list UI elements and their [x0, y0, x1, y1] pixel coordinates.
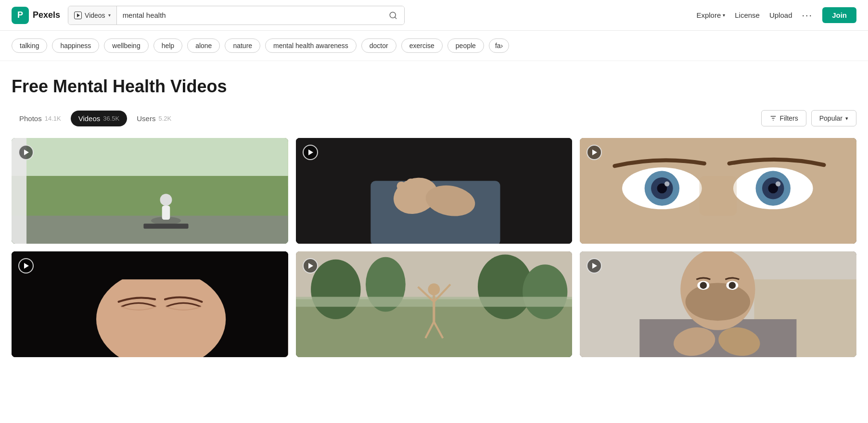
tag-alone[interactable]: alone	[187, 38, 220, 53]
svg-point-26	[664, 181, 669, 186]
video-thumb-4	[12, 251, 288, 357]
tag-nature[interactable]: nature	[225, 38, 260, 53]
play-button-1[interactable]	[18, 145, 34, 160]
svg-point-10	[160, 194, 172, 206]
upload-link[interactable]: Upload	[769, 11, 792, 19]
main-content: Free Mental Health Videos Photos 14.1K V…	[0, 61, 868, 357]
tab-group: Photos 14.1K Videos 36.5K Users 5.2K	[12, 111, 179, 126]
video-thumb-5	[296, 251, 573, 357]
nav-links: Explore ▾ License Upload ··· Join	[696, 7, 856, 23]
svg-rect-11	[162, 206, 170, 220]
video-grid	[12, 138, 856, 357]
explore-chevron: ▾	[723, 12, 725, 18]
video-card-1[interactable]	[12, 138, 288, 244]
video-card-4[interactable]	[12, 251, 288, 357]
tab-videos[interactable]: Videos 36.5K	[71, 111, 128, 126]
filters-area: Filters Popular ▾	[761, 110, 856, 126]
tag-more-button[interactable]: fa›	[489, 38, 509, 53]
video-thumb-3	[580, 138, 856, 244]
video-card-3[interactable]	[580, 138, 856, 244]
svg-line-1	[395, 17, 396, 18]
search-type-button[interactable]: Videos ▾	[68, 6, 117, 25]
popular-chevron: ▾	[845, 115, 848, 122]
more-button[interactable]: ···	[802, 10, 813, 21]
svg-point-39	[311, 260, 361, 319]
video-thumb-6	[580, 251, 856, 357]
video-type-icon	[74, 12, 82, 19]
video-card-2[interactable]	[296, 138, 573, 244]
logo-icon: P	[12, 7, 29, 24]
search-input[interactable]	[117, 11, 382, 19]
tag-happiness[interactable]: happiness	[52, 38, 99, 53]
search-button[interactable]	[382, 6, 404, 25]
svg-point-58	[700, 282, 707, 288]
tag-wellbeing[interactable]: wellbeing	[104, 38, 148, 53]
filters-button[interactable]: Filters	[761, 110, 806, 126]
tags-bar: talking happiness wellbeing help alone n…	[0, 31, 868, 61]
logo-link[interactable]: P Pexels	[12, 7, 60, 24]
svg-point-56	[686, 283, 751, 321]
tag-doctor[interactable]: doctor	[361, 38, 396, 53]
page-title: Free Mental Health Videos	[12, 76, 856, 97]
video-card-5[interactable]	[296, 251, 573, 357]
header: P Pexels Videos ▾ Explore ▾ License Uplo…	[0, 0, 868, 31]
logo-text: Pexels	[33, 10, 60, 20]
video-card-6[interactable]	[580, 251, 856, 357]
svg-rect-7	[12, 216, 288, 244]
tag-mental-health-awareness[interactable]: mental health awareness	[265, 38, 357, 53]
svg-rect-12	[143, 224, 188, 228]
svg-point-31	[776, 181, 780, 186]
tag-exercise[interactable]: exercise	[401, 38, 443, 53]
tabs-row: Photos 14.1K Videos 36.5K Users 5.2K Fil…	[12, 110, 856, 126]
svg-point-44	[428, 284, 440, 296]
svg-rect-32	[700, 176, 737, 216]
video-thumb-2	[296, 138, 573, 244]
svg-rect-36	[91, 251, 288, 279]
play-button-2[interactable]	[303, 145, 318, 160]
license-link[interactable]: License	[735, 11, 760, 19]
svg-point-60	[729, 282, 736, 288]
explore-link[interactable]: Explore ▾	[696, 11, 725, 19]
search-type-chevron: ▾	[108, 12, 111, 18]
search-bar: Videos ▾	[68, 6, 405, 25]
tab-photos[interactable]: Photos 14.1K	[12, 111, 69, 126]
search-type-label: Videos	[85, 12, 105, 19]
play-button-5[interactable]	[303, 258, 318, 274]
tag-people[interactable]: people	[447, 38, 484, 53]
tab-users[interactable]: Users 5.2K	[129, 111, 179, 126]
svg-point-42	[523, 264, 567, 319]
tag-help[interactable]: help	[153, 38, 182, 53]
filter-icon	[769, 114, 777, 122]
search-icon	[389, 11, 397, 20]
play-button-4[interactable]	[18, 258, 34, 274]
popular-button[interactable]: Popular ▾	[811, 110, 856, 126]
tag-talking[interactable]: talking	[12, 38, 47, 53]
video-thumb-1	[12, 138, 288, 244]
join-button[interactable]: Join	[822, 7, 856, 23]
